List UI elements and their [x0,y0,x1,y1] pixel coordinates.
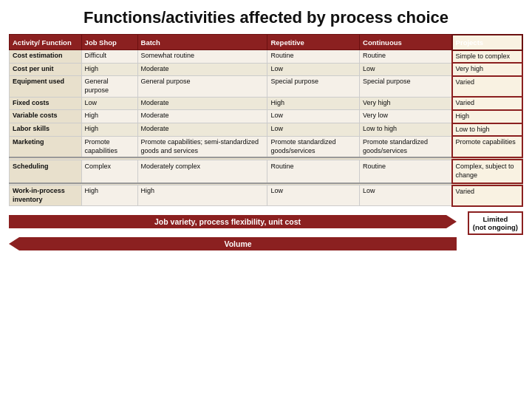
cell-batch: Moderate [137,110,267,123]
cell-repetitive: Routine [267,160,360,183]
cell-function: Cost estimation [10,50,82,64]
cell-projects: Very high [452,63,522,76]
cell-batch: Moderate [137,63,267,76]
cell-projects: High [452,110,522,123]
cell-repetitive: Promote standardized goods/services [267,136,360,157]
cell-batch: Moderate [137,123,267,137]
cell-continuous: Routine [360,50,452,64]
col-header-repetitive: Repetitive [267,35,360,50]
table-row: Variable costs High Moderate Low Very lo… [10,110,523,123]
cell-repetitive: Low [267,123,360,137]
col-header-projects: Projects [452,35,522,50]
page-wrapper: Functions/activities affected by process… [0,0,532,399]
cell-function: Labor skills [10,123,82,137]
cell-continuous: Special purpose [360,76,452,97]
cell-function: Marketing [10,136,82,157]
cell-continuous: Routine [360,160,452,183]
cell-continuous: Low to high [360,123,452,137]
table-row: Cost estimation Difficult Somewhat routi… [10,50,523,64]
cell-repetitive: Special purpose [267,76,360,97]
cell-projects: Simple to complex [452,50,522,64]
limited-box: Limited (not ongoing) [468,211,523,235]
cell-projects: Varied [452,97,522,110]
cell-projects: Varied [452,76,522,97]
cell-jobshop: Promote capabilities [81,136,137,157]
cell-batch: High [137,185,267,206]
cell-repetitive: Low [267,110,360,123]
arrow-row-1: Job variety, process flexibility, unit c… [9,211,457,232]
cell-repetitive: Low [267,63,360,76]
col-header-function: Activity/ Function [10,35,82,50]
table-container: Activity/ Function Job Shop Batch Repeti… [9,34,523,207]
table-row: Marketing Promote capabilities Promote c… [10,136,523,157]
cell-projects: Complex, subject to change [452,160,522,183]
col-header-jobshop: Job Shop [81,35,137,50]
cell-jobshop: General purpose [81,76,137,97]
page-title: Functions/activities affected by process… [9,7,523,28]
cell-projects: Varied [452,185,522,206]
bottom-wrapper: Job variety, process flexibility, unit c… [9,211,523,254]
arrow1-label: Job variety, process flexibility, unit c… [154,217,301,226]
arrow-left-2: Volume [19,237,457,250]
cell-jobshop: High [81,123,137,137]
cell-projects: Promote capabilities [452,136,522,157]
cell-continuous: Low [360,185,452,206]
col-header-batch: Batch [137,35,267,50]
arrows-container: Job variety, process flexibility, unit c… [9,211,457,254]
cell-jobshop: Difficult [81,50,137,64]
cell-batch: Moderately complex [137,160,267,183]
cell-jobshop: High [81,110,137,123]
cell-repetitive: Routine [267,50,360,64]
bottom-section: Job variety, process flexibility, unit c… [9,211,523,254]
cell-function: Scheduling [10,160,82,183]
cell-function: Fixed costs [10,97,82,110]
table-header-row: Activity/ Function Job Shop Batch Repeti… [10,35,523,50]
cell-batch: Somewhat routine [137,50,267,64]
table-row: Fixed costs Low Moderate High Very high … [10,97,523,110]
table-row: Cost per unit High Moderate Low Low Very… [10,63,523,76]
cell-function: Cost per unit [10,63,82,76]
table-row: Work-in-process inventory High High Low … [10,185,523,206]
limited-label: Limited [473,215,518,223]
cell-jobshop: Complex [81,160,137,183]
table-row: Labor skills High Moderate Low Low to hi… [10,123,523,137]
cell-continuous: Very high [360,97,452,110]
cell-batch: Moderate [137,97,267,110]
cell-function: Equipment used [10,76,82,97]
col-header-continuous: Continuous [360,35,452,50]
limited-sublabel: (not ongoing) [473,223,518,231]
cell-continuous: Very low [360,110,452,123]
cell-function: Variable costs [10,110,82,123]
cell-continuous: Promote standardized goods/services [360,136,452,157]
table-row: Equipment used General purpose General p… [10,76,523,97]
cell-repetitive: Low [267,185,360,206]
cell-jobshop: High [81,185,137,206]
main-table: Activity/ Function Job Shop Batch Repeti… [9,34,523,207]
arrow-right-1: Job variety, process flexibility, unit c… [9,215,446,228]
cell-batch: General purpose [137,76,267,97]
cell-continuous: Low [360,63,452,76]
cell-jobshop: Low [81,97,137,110]
cell-projects: Low to high [452,123,522,137]
cell-function: Work-in-process inventory [10,185,82,206]
cell-repetitive: High [267,97,360,110]
arrow-row-2: Volume [9,233,457,254]
arrow2-label: Volume [224,239,251,248]
cell-jobshop: High [81,63,137,76]
cell-batch: Promote capabilities; semi-standardized … [137,136,267,157]
table-row row-scheduling: Scheduling Complex Moderately complex Ro… [10,160,523,183]
